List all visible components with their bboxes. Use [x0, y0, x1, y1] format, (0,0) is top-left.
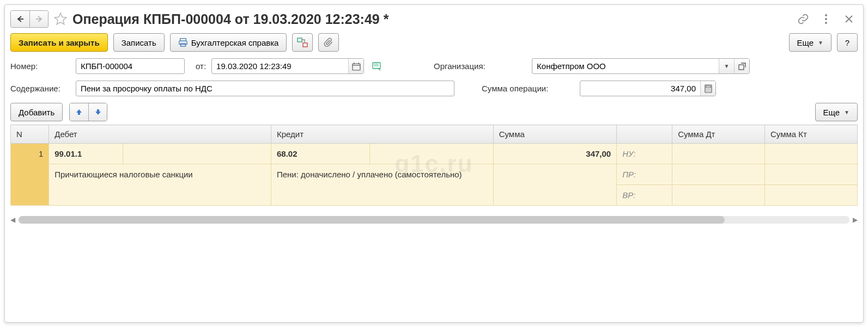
col-sub[interactable]: [617, 125, 672, 144]
toolbar-more-label: Еще: [797, 38, 814, 47]
debit-account[interactable]: 99.01.1: [49, 144, 123, 164]
titlebar: Операция КПБП-000004 от 19.03.2020 12:23…: [10, 8, 858, 30]
row-sum-kt-1[interactable]: [765, 144, 858, 164]
debit-description[interactable]: Причитающиеся налоговые санкции: [49, 164, 271, 206]
col-sum[interactable]: Сумма: [493, 125, 617, 144]
row-sum-dt-2[interactable]: [672, 164, 765, 185]
dtkt-icon: [297, 38, 308, 47]
scroll-right-icon[interactable]: ▶: [853, 216, 858, 224]
row-sum-dt-3[interactable]: [672, 185, 765, 206]
more-menu-button[interactable]: [820, 13, 833, 26]
svg-rect-11: [303, 43, 307, 47]
accounting-reference-label: Бухгалтерская справка: [191, 38, 279, 47]
chevron-down-icon: ▼: [844, 109, 849, 115]
save-and-close-button[interactable]: Записать и закрыть: [10, 33, 108, 52]
form-row-header: Номер: от: Организация: ▼: [10, 58, 858, 74]
kebab-icon: [824, 14, 828, 24]
row-sum[interactable]: 347,00: [493, 144, 617, 164]
add-row-button[interactable]: Добавить: [10, 103, 63, 121]
paperclip-icon: [324, 38, 333, 47]
col-debit[interactable]: Дебет: [49, 125, 271, 144]
description-field[interactable]: [76, 81, 454, 96]
svg-rect-12: [353, 64, 360, 70]
row-vr-label: ВР:: [617, 185, 672, 206]
organization-field[interactable]: [532, 59, 719, 73]
dt-kt-button[interactable]: [292, 33, 313, 52]
nav-buttons: [10, 10, 48, 28]
date-field[interactable]: [212, 59, 348, 73]
organization-field-wrapper: ▼: [532, 58, 750, 74]
credit-sub[interactable]: [370, 144, 494, 164]
horizontal-scrollbar[interactable]: ◀ ▶: [10, 215, 858, 224]
credit-account[interactable]: 68.02: [271, 144, 369, 164]
date-label: от:: [196, 61, 206, 71]
toolbar-more-button[interactable]: Еще ▼: [789, 33, 831, 52]
calculator-icon: [705, 84, 712, 93]
credit-description[interactable]: Пени: доначислено / уплачено (самостояте…: [271, 164, 493, 206]
svg-point-22: [706, 89, 707, 90]
svg-point-24: [709, 89, 711, 90]
calculator-button[interactable]: [700, 81, 715, 96]
arrow-left-icon: [16, 15, 25, 23]
save-button[interactable]: Записать: [113, 33, 165, 52]
note-icon[interactable]: [369, 59, 385, 74]
chevron-down-icon: ▼: [818, 40, 823, 46]
calendar-icon: [352, 62, 361, 71]
printer-icon: [178, 38, 188, 47]
chevron-down-icon: ▼: [724, 63, 730, 69]
svg-point-26: [708, 90, 709, 91]
svg-rect-9: [180, 44, 185, 46]
table-row[interactable]: Причитающиеся налоговые санкции Пени: до…: [11, 164, 858, 185]
grid-more-button[interactable]: Еще ▼: [815, 103, 858, 121]
svg-point-25: [706, 90, 707, 91]
col-credit[interactable]: Кредит: [271, 125, 493, 144]
row-pr-label: ПР:: [617, 164, 672, 185]
back-button[interactable]: [11, 11, 29, 27]
svg-point-3: [825, 18, 827, 20]
row-nu-label: НУ:: [617, 144, 672, 164]
svg-point-27: [709, 90, 711, 91]
row-sum-empty[interactable]: [493, 164, 617, 206]
arrow-up-icon: [75, 108, 83, 116]
link-button[interactable]: [797, 13, 810, 26]
organization-label: Организация:: [434, 61, 526, 71]
move-up-button[interactable]: [70, 103, 88, 121]
forward-button[interactable]: [29, 11, 48, 27]
page-title: Операция КПБП-000004 от 19.03.2020 12:23…: [72, 11, 797, 27]
sum-label: Сумма операции:: [482, 84, 574, 93]
popup-icon: [738, 63, 746, 70]
svg-rect-19: [739, 65, 744, 70]
move-down-button[interactable]: [88, 103, 107, 121]
sum-field-wrapper: [580, 81, 716, 96]
help-button[interactable]: ?: [837, 33, 858, 52]
org-open-button[interactable]: [734, 59, 749, 73]
table-row[interactable]: 1 99.01.1 68.02 347,00 НУ:: [11, 144, 858, 164]
svg-rect-21: [706, 86, 711, 88]
attachment-button[interactable]: [318, 33, 339, 52]
number-field[interactable]: [76, 59, 184, 73]
svg-point-2: [825, 14, 827, 16]
number-field-wrapper: [76, 58, 185, 74]
accounting-reference-button[interactable]: Бухгалтерская справка: [170, 33, 287, 52]
svg-rect-10: [298, 38, 302, 42]
grid-toolbar: Добавить Еще ▼: [10, 103, 858, 121]
col-sum-dt[interactable]: Сумма Дт: [672, 125, 765, 144]
scroll-track[interactable]: [19, 216, 849, 224]
org-dropdown-button[interactable]: ▼: [719, 59, 734, 73]
col-sum-kt[interactable]: Сумма Кт: [765, 125, 858, 144]
row-sum-kt-2[interactable]: [765, 164, 858, 185]
grid-more-label: Еще: [823, 108, 840, 117]
entries-table: N Дебет Кредит Сумма Сумма Дт Сумма Кт 1…: [10, 125, 858, 206]
row-sum-kt-3[interactable]: [765, 185, 858, 206]
favorite-star-icon[interactable]: [53, 11, 68, 27]
calendar-button[interactable]: [348, 59, 363, 73]
scroll-left-icon[interactable]: ◀: [10, 216, 15, 224]
sum-field[interactable]: [580, 81, 700, 96]
scroll-thumb[interactable]: [19, 216, 725, 224]
toolbar: Записать и закрыть Записать Бухгалтерска…: [10, 33, 858, 52]
col-n[interactable]: N: [11, 125, 49, 144]
close-button[interactable]: [842, 13, 855, 26]
row-sum-dt-1[interactable]: [672, 144, 765, 164]
link-icon: [797, 13, 809, 25]
debit-sub[interactable]: [123, 144, 271, 164]
